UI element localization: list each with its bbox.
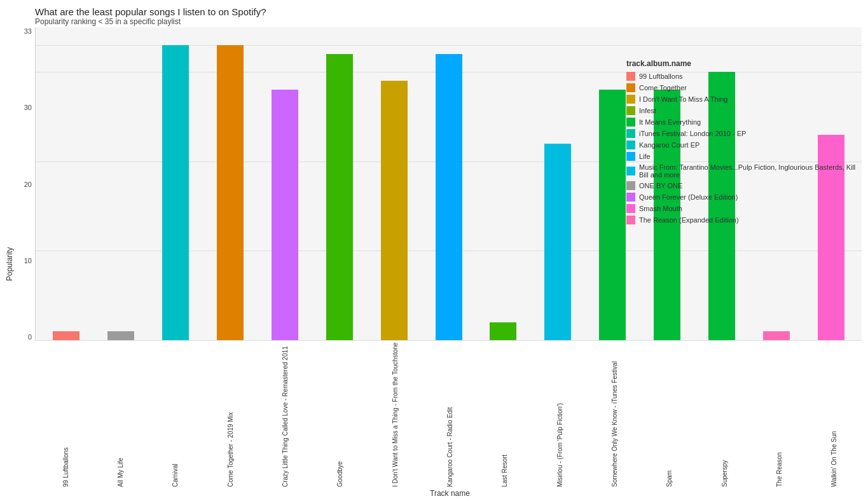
bar (162, 45, 189, 340)
y-tick: 33 (24, 27, 32, 35)
x-label-group: Spam (642, 341, 697, 487)
bar (53, 331, 79, 340)
x-label-group: Walkin' On The Sun (807, 341, 862, 487)
x-label: Somewhere Only We Know - iTunes Festival (611, 341, 618, 487)
legend-item: iTunes Festival: London 2010 - EP (626, 129, 862, 138)
bar-group (312, 27, 367, 340)
x-axis-title: Track name (16, 487, 862, 501)
x-labels-area: 99 LuftballonsAll My LifeCarnivalCome To… (16, 341, 862, 487)
legend-label: Music From: Tarantino Movies...Pulp Fict… (639, 163, 862, 179)
legend-color-box (626, 129, 635, 138)
x-label-group: Kangaroo Court - Radio Edit (422, 341, 477, 487)
bar (326, 54, 353, 340)
x-label-group: All My Life (93, 341, 148, 487)
legend-item: Life (626, 152, 862, 161)
legend-item: Smash Mouth (626, 204, 862, 213)
x-label-group: Somewhere Only We Know - iTunes Festival (587, 341, 642, 487)
bar (381, 81, 408, 340)
legend-item: I Don't Want To Miss A Thing (626, 95, 862, 104)
bar-group (530, 27, 585, 340)
legend: track.album.name 99 LuftballonsCome Toge… (626, 59, 862, 227)
legend-label: Life (639, 153, 651, 160)
x-label: Spam (666, 341, 673, 487)
x-label: Carnival (172, 341, 179, 487)
legend-items: 99 LuftballonsCome TogetherI Don't Want … (626, 72, 862, 224)
x-label: Misirlou - (From 'Pulp Fiction') (556, 341, 563, 487)
legend-color-box (626, 193, 635, 202)
bar-group (203, 27, 258, 340)
y-axis-label: Popularity (3, 27, 16, 501)
chart-title: What are the least popular songs I liste… (35, 6, 868, 17)
legend-label: It Means Everything (639, 118, 701, 126)
legend-color-box (626, 72, 635, 81)
x-label: The Reason (776, 341, 783, 487)
y-tick: 30 (24, 104, 32, 111)
legend-item: Infest (626, 106, 862, 115)
x-label: I Don't Want to Miss a Thing - From the … (392, 341, 399, 487)
chart-container: What are the least popular songs I liste… (0, 0, 868, 501)
legend-color-box (626, 216, 635, 224)
bar-group (422, 27, 476, 340)
title-area: What are the least popular songs I liste… (0, 6, 868, 26)
y-tick: 10 (24, 257, 32, 264)
legend-title: track.album.name (626, 59, 862, 68)
legend-color-box (626, 181, 635, 190)
bar (490, 322, 516, 340)
bar-group (367, 27, 422, 340)
legend-item: Queen Forever (Deluxe Edition) (626, 193, 862, 202)
bar-group (258, 27, 312, 340)
x-label-group: 99 Luftballons (38, 341, 93, 487)
legend-label: Queen Forever (Deluxe Edition) (639, 193, 738, 201)
y-tick: 20 (24, 181, 32, 188)
x-label: Crazy Little Thing Called Love - Remaste… (282, 341, 289, 487)
legend-label: Come Together (639, 84, 687, 92)
x-label: 99 Luftballons (62, 341, 69, 487)
bar-group (39, 27, 93, 340)
bar-group (476, 27, 531, 340)
legend-item: Come Together (626, 83, 862, 92)
x-label: Superspy (721, 341, 728, 487)
legend-item: Kangaroo Court EP (626, 141, 862, 149)
legend-color-box (626, 95, 635, 104)
legend-color-box (626, 83, 635, 92)
y-tick: 0 (28, 333, 32, 341)
legend-color-box (626, 106, 635, 115)
legend-color-box (626, 141, 635, 149)
x-label-group: The Reason (752, 341, 806, 487)
bar (272, 90, 298, 340)
y-ticks: 333020100 (16, 27, 35, 341)
legend-item: ONE BY ONE (626, 181, 862, 190)
legend-label: ONE BY ONE (639, 182, 682, 189)
x-label: Kangaroo Court - Radio Edit (446, 341, 453, 487)
x-label: All My Life (117, 341, 124, 487)
x-label-group: Carnival (148, 341, 203, 487)
x-label-group: I Don't Want to Miss a Thing - From the … (368, 341, 422, 487)
x-label: Goodbye (336, 341, 343, 487)
legend-item: The Reason (Expanded Edition) (626, 216, 862, 224)
bar (763, 331, 790, 340)
legend-label: 99 Luftballons (639, 72, 683, 80)
legend-label: iTunes Festival: London 2010 - EP (639, 130, 746, 137)
legend-color-box (626, 118, 635, 127)
legend-label: I Don't Want To Miss A Thing (639, 95, 727, 103)
x-label-group: Last Resort (478, 341, 532, 487)
x-label-group: Misirlou - (From 'Pulp Fiction') (532, 341, 587, 487)
legend-color-box (626, 152, 635, 161)
x-label-group: Superspy (697, 341, 752, 487)
legend-color-box (626, 204, 635, 213)
x-label: Come Together - 2019 Mix (227, 341, 234, 487)
chart-body: Popularity 333020100 99 LuftballonsAll M… (0, 27, 868, 501)
legend-label: Kangaroo Court EP (639, 141, 699, 149)
legend-item: 99 Luftballons (626, 72, 862, 81)
x-label: Last Resort (501, 341, 508, 487)
bar (217, 45, 244, 340)
x-label: Walkin' On The Sun (830, 341, 837, 487)
legend-item: Music From: Tarantino Movies...Pulp Fict… (626, 163, 862, 179)
legend-label: The Reason (Expanded Edition) (639, 216, 739, 224)
legend-label: Smash Mouth (639, 205, 682, 212)
bar (599, 90, 626, 340)
legend-label: Infest (639, 107, 656, 114)
legend-color-box (626, 167, 635, 175)
bar (436, 54, 462, 340)
x-label-group: Crazy Little Thing Called Love - Remaste… (258, 341, 312, 487)
